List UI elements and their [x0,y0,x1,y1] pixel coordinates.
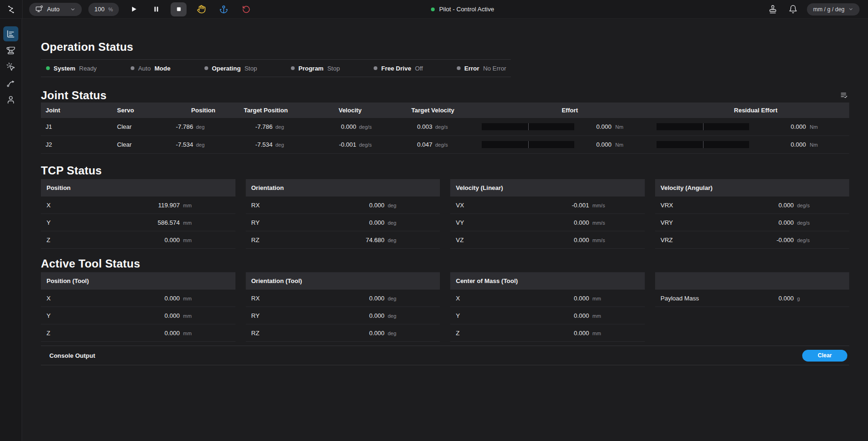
console-title: Console Output [49,352,95,359]
panel-row: RY0.000deg [246,214,440,231]
panel-header: Velocity (Linear) [450,179,645,197]
joint-table-header: Joint Servo Position Target Position Vel… [41,102,849,118]
units-select[interactable]: mm / g / deg [807,3,860,16]
reset-button[interactable] [238,2,254,16]
panel-header: Orientation (Tool) [246,272,440,290]
topbar-divider [22,0,23,19]
row-value: 0.000 [308,214,385,231]
panel-row: VRZ-0.000deg/s [655,231,850,249]
operation-status-title: Operation Status [41,40,511,54]
tool-payload-panel: Payload Mass0.000g [655,272,850,342]
status-value: Stop [244,65,257,72]
velocity-value: -0.001 [339,141,356,148]
servo-state: Clear [86,123,161,130]
tcp-velocity-linear-panel: Velocity (Linear) VX-0.001mm/s VY0.000mm… [450,179,645,249]
joint-status-section: Joint Status Joint Servo Position Target… [41,88,849,154]
play-icon [130,5,138,13]
row-label: RY [251,307,308,324]
panel-row: X119.907mm [41,197,235,214]
target-velocity-value: 0.047 [417,141,432,148]
sidebar-item-path[interactable] [3,76,18,91]
column-header: Velocity [305,107,395,114]
play-button[interactable] [125,2,141,16]
units-select-label: mm / g / deg [813,6,845,13]
row-value: 119.907 [103,197,180,214]
chevron-down-icon [848,7,853,12]
stop-button[interactable] [171,2,187,16]
row-value: 0.000 [103,231,180,249]
status-chart-icon [6,29,16,39]
pilot-status: Pilot - Control Active [431,6,494,13]
position-value: -7.786 [176,123,193,130]
tool-center-of-mass-panel: Center of Mass (Tool) X0.000mm Y0.000mm … [450,272,645,342]
column-header: Target Velocity [395,107,471,114]
op-status-item-mode: Auto Mode [131,65,171,72]
row-label: VZ [456,231,512,249]
clear-button[interactable]: Clear [802,350,847,362]
status-value: Off [415,65,423,72]
status-label: Free Drive [381,65,411,72]
speed-display[interactable]: 100 % [88,3,119,16]
status-label: Mode [155,65,171,72]
residual-effort-bar [657,141,749,148]
column-header: Effort [477,107,663,114]
panel-row: VX-0.001mm/s [450,197,645,214]
row-label: VRX [661,197,717,214]
sidebar-item-status[interactable] [3,26,18,41]
row-value: 586.574 [103,214,180,231]
hand-guide-button[interactable] [193,2,209,16]
sidebar-item-jog[interactable] [3,59,18,74]
row-label: VX [456,197,512,214]
op-status-item-program: Program Stop [291,65,340,72]
rotate-ccw-icon [242,5,250,14]
pause-button[interactable] [148,2,164,16]
bell-icon [789,5,798,14]
stamp-button[interactable] [766,2,779,16]
unit: Nm [810,142,822,148]
joint-row-j2: J2 Clear -7.534deg -7.534deg -0.001deg/s… [41,136,849,154]
row-unit: mm [589,307,639,325]
sidebar-item-tool[interactable] [3,43,18,58]
panel-row: RZ74.680deg [246,231,440,249]
op-status-item-error: Error No Error [457,65,506,72]
row-value: 0.000 [717,214,794,231]
sidebar-item-user[interactable] [3,92,18,107]
panel-header: Position [41,179,235,197]
status-value: No Error [483,65,506,72]
tool-position-panel: Position (Tool) X0.000mm Y0.000mm Z0.000… [41,272,235,342]
row-unit: mm/s [589,214,639,232]
position-value: -7.534 [176,141,193,148]
notifications-button[interactable] [787,2,799,16]
row-unit: deg [384,325,434,342]
row-unit: mm [589,325,639,342]
unit: deg [275,124,286,130]
effort-bar [482,141,574,148]
node-chain-icon [7,5,16,14]
tcp-status-title: TCP Status [41,164,849,177]
panel-row: VRY0.000deg/s [655,214,850,231]
list-check-icon [840,91,848,100]
status-label: Program [298,65,323,72]
panel-row: VRX0.000deg/s [655,197,850,214]
row-unit: deg [384,290,434,307]
anchor-icon [219,5,228,14]
row-label: Z [47,231,103,249]
mode-select[interactable]: Auto [29,3,82,16]
pointer-click-icon [6,62,16,71]
unit: Nm [615,124,627,130]
anchor-button[interactable] [216,2,232,16]
operation-status-section: Operation Status System Ready Auto Mode … [41,40,511,77]
row-label: Payload Mass [661,290,736,307]
joint-name: J2 [41,141,86,148]
panel-row: Y0.000mm [450,307,645,324]
row-label: X [47,290,103,307]
row-unit: deg [384,197,434,214]
row-unit: deg [384,307,434,325]
column-settings-button[interactable] [839,90,849,101]
row-value: 0.000 [308,324,385,342]
joint-row-j1: J1 Clear -7.786deg -7.786deg 0.000deg/s … [41,118,849,136]
row-label: Y [47,214,103,231]
panel-row: X0.000mm [450,290,645,307]
panel-row: RX0.000deg [246,197,440,214]
effort-bar [482,123,574,130]
